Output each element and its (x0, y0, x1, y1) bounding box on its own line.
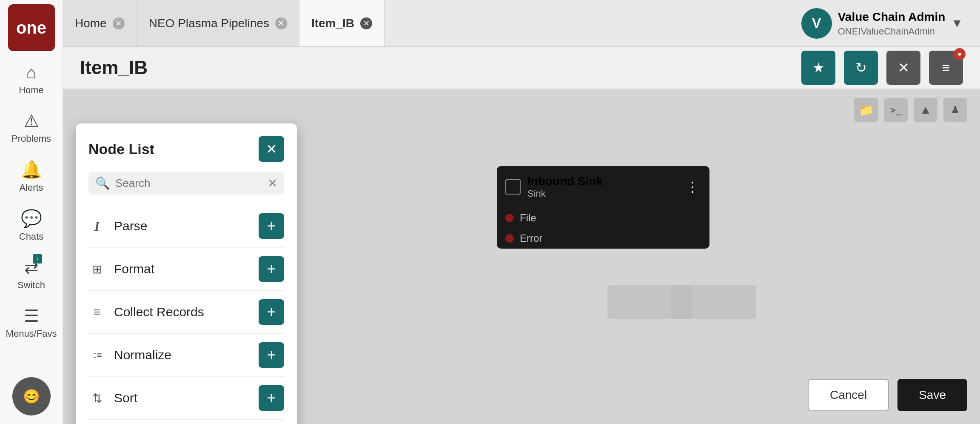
tab-close-item-ib[interactable]: ✕ (360, 17, 372, 29)
node-list-item-parse[interactable]: I Parse + (88, 205, 284, 248)
folder-tool-button[interactable]: 📁 (854, 98, 878, 122)
sort-label: Sort (114, 391, 250, 405)
user-dropdown-arrow[interactable]: ▼ (951, 17, 963, 30)
search-clear-icon[interactable]: ✕ (268, 176, 277, 190)
tab-item-ib[interactable]: Item_IB ✕ (299, 0, 385, 46)
topbar-right: V Value Chain Admin ONEIValueChainAdmin … (801, 0, 980, 46)
star-button[interactable]: ★ (801, 51, 835, 85)
menus-icon: ☰ (24, 306, 39, 326)
panel-title: Node List (88, 141, 154, 158)
inbound-sink-title-area: Inbound Sink Sink (527, 175, 677, 199)
collect-icon: ≡ (88, 305, 105, 319)
sidebar-label-home: Home (19, 85, 44, 96)
collect-add-button[interactable]: + (259, 299, 284, 325)
inbound-sink-port-error: Error (497, 228, 709, 249)
sidebar-item-switch[interactable]: ⇄ + Switch (0, 250, 63, 298)
sidebar-item-home[interactable]: ⌂ Home (0, 55, 63, 103)
chats-icon: 💬 (21, 209, 42, 229)
node-list-item-sort[interactable]: ⇅ Sort + (88, 377, 284, 420)
profile-avatar: 😊 (12, 377, 51, 415)
sidebar-label-menus: Menus/Favs (6, 328, 57, 339)
bottom-bar: Cancel Save (808, 379, 967, 411)
sidebar-profile[interactable]: 😊 (0, 369, 63, 424)
parse-icon: I (88, 218, 105, 234)
run-icon: ♟ (951, 104, 960, 116)
search-box: 🔍 ✕ (88, 172, 284, 195)
cancel-button[interactable]: Cancel (808, 379, 889, 411)
inbound-sink-checkbox[interactable] (505, 179, 521, 195)
error-port-dot (505, 234, 514, 243)
topbar: Home ✕ NEO Plasma Pipelines ✕ Item_IB ✕ … (63, 0, 980, 47)
home-icon: ⌂ (26, 63, 36, 82)
search-input[interactable] (115, 177, 262, 190)
app-logo: one (8, 4, 55, 51)
collect-label: Collect Records (114, 305, 250, 319)
sort-add-button[interactable]: + (259, 385, 284, 411)
terminal-tool-button[interactable]: >_ (884, 98, 908, 122)
format-label: Format (114, 262, 250, 276)
warning-tool-button[interactable]: ▲ (914, 98, 937, 122)
panel-close-button[interactable]: ✕ (259, 136, 284, 162)
user-info: Value Chain Admin ONEIValueChainAdmin (838, 9, 946, 38)
sidebar-item-alerts[interactable]: 🔔 Alerts (0, 152, 63, 201)
error-port-label: Error (520, 232, 542, 244)
menu-icon: ≡ (942, 60, 950, 76)
placeholder-node-2 (671, 285, 756, 319)
parse-add-button[interactable]: + (259, 213, 284, 239)
close-icon: ✕ (898, 60, 909, 76)
inbound-sink-title: Inbound Sink (527, 175, 677, 188)
file-port-label: File (520, 212, 536, 224)
sidebar-item-menus[interactable]: ☰ Menus/Favs (0, 298, 63, 347)
terminal-icon: >_ (890, 105, 902, 115)
folder-icon: 📁 (859, 103, 874, 117)
panel-close-icon: ✕ (266, 141, 277, 157)
user-avatar: V (801, 8, 832, 39)
refresh-icon: ↻ (855, 60, 867, 76)
file-port-dot (505, 214, 514, 222)
sort-icon: ⇅ (88, 391, 105, 405)
problems-icon: ⚠ (24, 111, 39, 131)
sidebar-label-switch: Switch (17, 280, 45, 291)
user-name: Value Chain Admin (838, 9, 946, 25)
node-list-item-collect[interactable]: ≡ Collect Records + (88, 291, 284, 334)
node-list-item-sink[interactable]: ■ Sink + (88, 420, 284, 424)
node-list-panel: Node List ✕ 🔍 ✕ I Parse + ⊞ Format + ≡ C… (76, 123, 297, 424)
format-icon: ⊞ (88, 262, 105, 276)
tab-close-home[interactable]: ✕ (113, 17, 125, 29)
node-list-item-normalize[interactable]: ↕≡ Normalize + (88, 334, 284, 377)
switch-icon: ⇄ + (24, 258, 39, 277)
refresh-button[interactable]: ↻ (844, 51, 878, 85)
tab-close-neo[interactable]: ✕ (275, 17, 287, 29)
inbound-sink-menu-button[interactable]: ⋮ (684, 178, 701, 195)
run-tool-button[interactable]: ♟ (943, 98, 967, 122)
menu-button[interactable]: ≡ ● (929, 51, 963, 85)
panel-header: Node List ✕ (88, 136, 284, 162)
sidebar-item-chats[interactable]: 💬 Chats (0, 201, 63, 250)
normalize-add-button[interactable]: + (259, 342, 284, 368)
parse-label: Parse (114, 219, 250, 233)
notif-badge: ● (954, 48, 966, 60)
notif-wrapper: ≡ ● (929, 51, 963, 85)
node-list-item-format[interactable]: ⊞ Format + (88, 248, 284, 291)
save-button[interactable]: Save (897, 379, 967, 411)
inbound-sink-node: Inbound Sink Sink ⋮ File Error (497, 166, 709, 249)
titlebar: Item_IB ★ ↻ ✕ ≡ ● (63, 47, 980, 89)
sidebar: one ⌂ Home ⚠ Problems 🔔 Alerts 💬 Chats ⇄… (0, 0, 63, 424)
inbound-sink-node-header: Inbound Sink Sink ⋮ (497, 166, 709, 208)
star-icon: ★ (812, 60, 825, 76)
inbound-sink-subtitle: Sink (527, 188, 677, 199)
main-canvas: 📁 >_ ▲ ♟ ⋮ Output Inbou (63, 89, 980, 424)
tab-neo[interactable]: NEO Plasma Pipelines ✕ (137, 0, 299, 46)
sidebar-item-problems[interactable]: ⚠ Problems (0, 103, 63, 152)
format-add-button[interactable]: + (259, 256, 284, 282)
canvas-toolbar: 📁 >_ ▲ ♟ (854, 98, 967, 122)
normalize-label: Normalize (114, 348, 250, 362)
sidebar-label-problems: Problems (11, 133, 51, 144)
sidebar-label-alerts: Alerts (19, 182, 43, 193)
close-button[interactable]: ✕ (886, 51, 920, 85)
sidebar-label-chats: Chats (19, 231, 43, 242)
user-section: V Value Chain Admin ONEIValueChainAdmin … (801, 8, 963, 39)
warning-icon: ▲ (920, 103, 932, 117)
tab-home[interactable]: Home ✕ (63, 0, 137, 46)
user-username: ONEIValueChainAdmin (838, 25, 946, 38)
